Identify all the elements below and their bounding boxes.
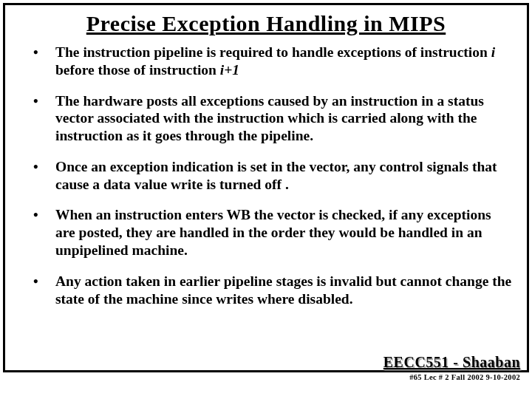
list-item: The instruction pipeline is required to … bbox=[41, 44, 512, 79]
course-label: EECC551 - Shaaban bbox=[383, 354, 520, 371]
slide-footer: EECC551 - Shaaban #65 Lec # 2 Fall 2002 … bbox=[383, 354, 520, 381]
bullet-text: before those of instruction bbox=[55, 62, 220, 78]
list-item: The hardware posts all exceptions caused… bbox=[41, 92, 512, 145]
bullet-em: i+1 bbox=[220, 62, 239, 78]
list-item: Once an exception indication is set in t… bbox=[41, 158, 512, 194]
bullet-text: Once an exception indication is set in t… bbox=[55, 159, 497, 192]
list-item: When an instruction enters WB the vector… bbox=[41, 206, 512, 259]
slide-frame: Precise Exception Handling in MIPS The i… bbox=[3, 3, 529, 372]
slide-title: Precise Exception Handling in MIPS bbox=[20, 11, 512, 36]
bullet-text: Any action taken in earlier pipeline sta… bbox=[55, 273, 511, 307]
bullet-em: i bbox=[491, 44, 495, 60]
bullet-text: When an instruction enters WB the vector… bbox=[55, 207, 491, 258]
bullet-text: The instruction pipeline is required to … bbox=[55, 44, 491, 60]
list-item: Any action taken in earlier pipeline sta… bbox=[41, 273, 512, 308]
bullet-text: The hardware posts all exceptions caused… bbox=[55, 93, 484, 144]
slide-meta: #65 Lec # 2 Fall 2002 9-10-2002 bbox=[383, 373, 520, 381]
bullet-list: The instruction pipeline is required to … bbox=[20, 44, 512, 307]
